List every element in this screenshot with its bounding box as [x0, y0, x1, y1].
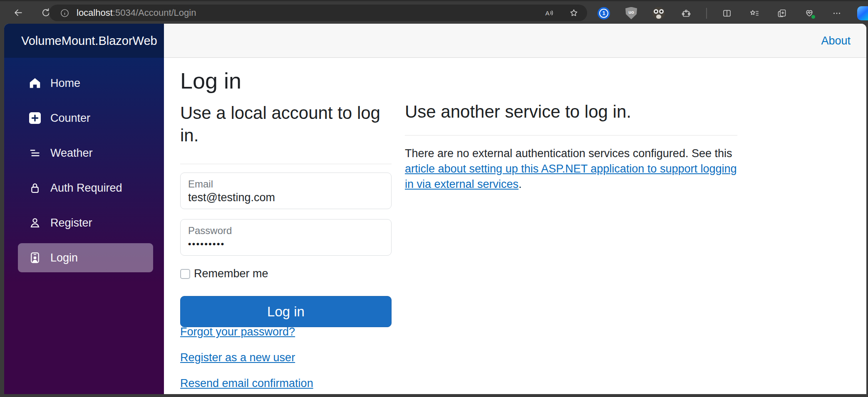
- external-login-title: Use another service to log in.: [405, 102, 631, 122]
- ublock-extension-icon[interactable]: uo: [624, 6, 639, 21]
- person-icon: [29, 217, 41, 229]
- url-text: localhost:5034/Account/Login: [77, 7, 196, 18]
- back-arrow-icon: [13, 7, 23, 18]
- sidebar-item-home[interactable]: Home: [18, 69, 153, 98]
- web-content: VolumeMount.BlazorWeb HomeCounterWeather…: [4, 24, 866, 394]
- collections-icon[interactable]: [774, 6, 789, 21]
- remember-me-label: Remember me: [194, 267, 268, 280]
- owl-extension-icon[interactable]: [651, 6, 666, 21]
- read-aloud-icon[interactable]: A: [541, 5, 556, 20]
- email-field[interactable]: Email: [180, 173, 392, 209]
- browser-essentials-icon[interactable]: [802, 6, 817, 21]
- split-screen-icon[interactable]: [719, 6, 734, 21]
- onepassword-extension-icon[interactable]: 1: [596, 6, 611, 21]
- remember-me-checkbox[interactable]: [180, 269, 190, 279]
- external-setup-article-link[interactable]: article about setting up this ASP.NET ap…: [405, 163, 737, 190]
- sidebar-item-label: Login: [50, 252, 78, 264]
- divider: [405, 135, 737, 136]
- local-account-subtitle: Use a local account to log in.: [180, 102, 392, 147]
- sidebar-item-label: Home: [50, 77, 80, 90]
- sidebar-item-label: Auth Required: [50, 182, 122, 195]
- login-helper-links: Forgot your password?Register as a new u…: [180, 326, 313, 394]
- address-bar[interactable]: localhost:5034/Account/Login A: [49, 5, 587, 21]
- sidebar-item-login[interactable]: Login: [18, 243, 153, 272]
- paragraph-text: .: [518, 178, 522, 190]
- sidebar: VolumeMount.BlazorWeb HomeCounterWeather…: [4, 24, 164, 394]
- address-bar-actions: A: [541, 5, 581, 20]
- toolbar-divider: [706, 8, 707, 19]
- sidebar-item-label: Weather: [50, 147, 93, 160]
- sidebar-item-register[interactable]: Register: [18, 208, 153, 237]
- sidebar-nav: HomeCounterWeatherAuth RequiredRegisterL…: [4, 69, 164, 278]
- browser-toolbar-icons: 1uo: [596, 1, 868, 25]
- topbar: About: [164, 24, 866, 58]
- email-label: Email: [188, 178, 384, 190]
- register-new-user-link[interactable]: Register as a new user: [180, 352, 313, 363]
- sidebar-item-counter[interactable]: Counter: [18, 104, 153, 133]
- add-favorite-star-icon[interactable]: [566, 5, 581, 20]
- email-input[interactable]: [188, 190, 384, 205]
- password-input[interactable]: [188, 237, 384, 251]
- sidebar-item-label: Register: [50, 217, 92, 229]
- app-brand: VolumeMount.BlazorWeb: [21, 24, 157, 58]
- browser-back-button[interactable]: [10, 5, 26, 20]
- sidebar-item-label: Counter: [50, 112, 90, 125]
- remember-me-row: Remember me: [180, 267, 268, 280]
- password-label: Password: [188, 224, 384, 237]
- house-icon: [29, 77, 41, 89]
- main-content: Log in Use a local account to log in. Em…: [164, 58, 866, 394]
- person-badge-icon: [29, 252, 41, 264]
- copilot-icon[interactable]: [857, 6, 868, 21]
- extensions-puzzle-icon[interactable]: [679, 6, 694, 21]
- url-path: :5034/Account/Login: [113, 7, 196, 18]
- about-link[interactable]: About: [821, 24, 851, 58]
- plus-square-icon: [29, 112, 41, 124]
- password-field[interactable]: Password: [180, 219, 392, 256]
- lock-icon: [29, 182, 41, 194]
- forgot-password-link[interactable]: Forgot your password?: [180, 326, 313, 338]
- paragraph-text: There are no external authentication ser…: [405, 147, 732, 160]
- list-nested-icon: [29, 147, 41, 159]
- url-host: localhost: [77, 7, 113, 18]
- settings-more-icon[interactable]: [829, 6, 844, 21]
- svg-text:A: A: [546, 10, 550, 17]
- sidebar-header: VolumeMount.BlazorWeb: [4, 24, 164, 58]
- sidebar-item-weather[interactable]: Weather: [18, 138, 153, 168]
- sidebar-item-auth-required[interactable]: Auth Required: [18, 173, 153, 202]
- resend-confirmation-link[interactable]: Resend email confirmation: [180, 377, 313, 389]
- page-title: Log in: [180, 68, 241, 94]
- browser-chrome: localhost:5034/Account/Login A 1uo: [0, 0, 868, 24]
- site-info-icon[interactable]: [58, 7, 71, 19]
- login-submit-button[interactable]: Log in: [180, 296, 392, 327]
- divider: [180, 164, 392, 164]
- favorites-icon[interactable]: [747, 6, 762, 21]
- external-login-paragraph: There are no external authentication ser…: [405, 146, 740, 192]
